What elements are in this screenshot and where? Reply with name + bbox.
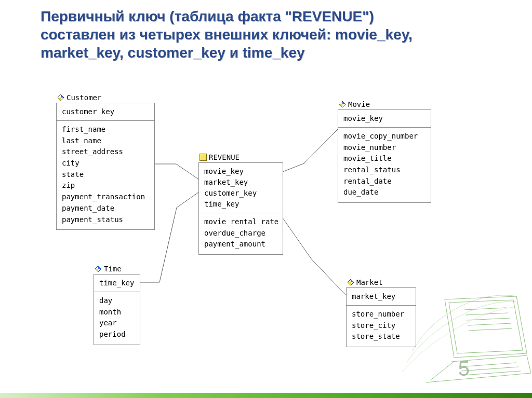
entity-revenue: REVENUE movie_key market_key customer_ke… [198, 153, 283, 255]
entity-time: Time time_key day month year period [94, 265, 140, 345]
entity-label: Time [104, 265, 122, 273]
pk-list: movie_key [338, 110, 431, 128]
svg-marker-12 [445, 296, 527, 358]
dimension-icon [339, 101, 346, 108]
pk-list: customer_key [57, 103, 154, 121]
entity-movie: Movie movie_key movie_copy_number movie_… [338, 100, 431, 203]
svg-marker-13 [449, 300, 523, 353]
page-number: 5 [458, 357, 470, 380]
entity-market: Market market_key store_number store_cit… [346, 278, 416, 347]
pk-list: time_key [94, 275, 140, 292]
attr-list: movie_copy_number movie_number movie_tit… [338, 128, 431, 202]
svg-line-17 [464, 308, 506, 310]
pk-list: market_key [347, 288, 416, 306]
svg-line-15 [461, 367, 518, 371]
attr-list: day month year period [94, 292, 140, 345]
entity-label: REVENUE [209, 153, 240, 161]
footer-bar [0, 393, 532, 398]
attr-list: store_number store_city store_state [347, 306, 416, 347]
svg-marker-11 [348, 282, 351, 285]
entity-label: Movie [348, 100, 370, 108]
svg-line-21 [469, 328, 512, 331]
svg-line-18 [466, 313, 508, 315]
entity-label: Customer [66, 93, 101, 102]
laptop-decoration [397, 289, 532, 398]
svg-line-19 [467, 318, 510, 320]
svg-line-20 [468, 323, 511, 325]
svg-line-16 [463, 371, 521, 375]
entity-customer: Customer customer_key first_name last_na… [56, 93, 155, 230]
pk-list: movie_key market_key customer_key time_k… [199, 163, 283, 213]
svg-marker-10 [351, 279, 354, 282]
fact-icon [200, 154, 207, 161]
entity-label: Market [356, 278, 383, 286]
dimension-icon [347, 279, 354, 286]
attr-list: first_name last_name street_address city… [57, 121, 154, 229]
slide-title: Первичный ключ (таблица факта "REVENUE")… [41, 7, 487, 62]
attr-list: movie_rental_rate overdue_charge payment… [199, 213, 283, 254]
dimension-icon [95, 265, 102, 272]
dimension-icon [57, 94, 64, 101]
